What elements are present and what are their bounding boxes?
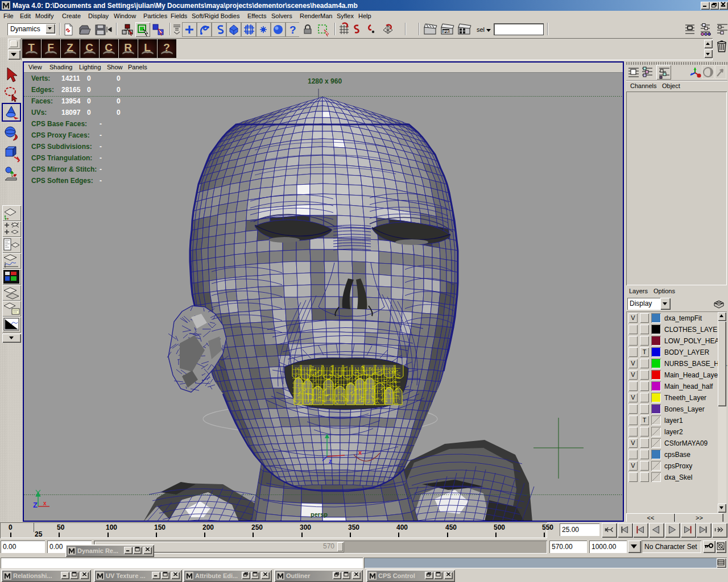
svg-text:-: -: [100, 143, 102, 151]
svg-text:Edges:: Edges:: [31, 86, 54, 94]
svg-text:-: -: [100, 120, 102, 128]
svg-text:0: 0: [117, 74, 121, 82]
svg-text:Z: Z: [67, 41, 73, 53]
svg-text:CPS Mirror & Stitch:: CPS Mirror & Stitch:: [31, 165, 97, 173]
svg-text:-: -: [100, 131, 102, 139]
svg-text:F: F: [47, 41, 54, 53]
svg-text:28165: 28165: [61, 86, 81, 94]
svg-text:C: C: [105, 41, 113, 53]
svg-text:-: -: [100, 165, 102, 173]
svg-text:14211: 14211: [61, 74, 80, 82]
svg-text:CPS Base Faces:: CPS Base Faces:: [31, 120, 87, 128]
svg-text:IPR: IPR: [443, 30, 449, 34]
svg-text:1280 x 960: 1280 x 960: [308, 77, 342, 85]
svg-text:0: 0: [117, 86, 121, 94]
svg-text:UVs:: UVs:: [31, 109, 47, 117]
svg-text:CPS Subdivisions:: CPS Subdivisions:: [31, 143, 92, 151]
svg-text:CPS Soften Edges:: CPS Soften Edges:: [31, 177, 93, 185]
svg-text:R: R: [124, 41, 132, 53]
svg-text:0: 0: [117, 97, 121, 105]
svg-text:C: C: [85, 41, 93, 53]
svg-text:Z: Z: [33, 501, 38, 509]
svg-text:CPS Proxy Faces:: CPS Proxy Faces:: [31, 131, 90, 139]
svg-text:-: -: [100, 177, 102, 185]
svg-text:Faces:: Faces:: [31, 97, 53, 105]
svg-text:18097: 18097: [61, 109, 81, 117]
svg-text:x: x: [43, 500, 47, 506]
svg-text:0: 0: [87, 97, 91, 105]
svg-text:z: z: [329, 458, 332, 464]
svg-text:-: -: [100, 154, 102, 162]
svg-text:13954: 13954: [61, 97, 81, 105]
svg-text:0: 0: [87, 109, 91, 117]
svg-text:0: 0: [117, 109, 121, 117]
svg-text:x: x: [358, 449, 362, 456]
svg-text:T: T: [28, 41, 35, 53]
svg-text:0: 0: [87, 86, 91, 94]
svg-text:?: ?: [289, 24, 296, 36]
svg-text:L: L: [144, 41, 151, 53]
svg-text:Verts:: Verts:: [31, 74, 50, 82]
svg-text:CPS Triangulation:: CPS Triangulation:: [31, 154, 92, 162]
svg-text:persp: persp: [311, 511, 328, 518]
svg-text:0: 0: [87, 74, 91, 82]
svg-text:?: ?: [163, 41, 170, 53]
